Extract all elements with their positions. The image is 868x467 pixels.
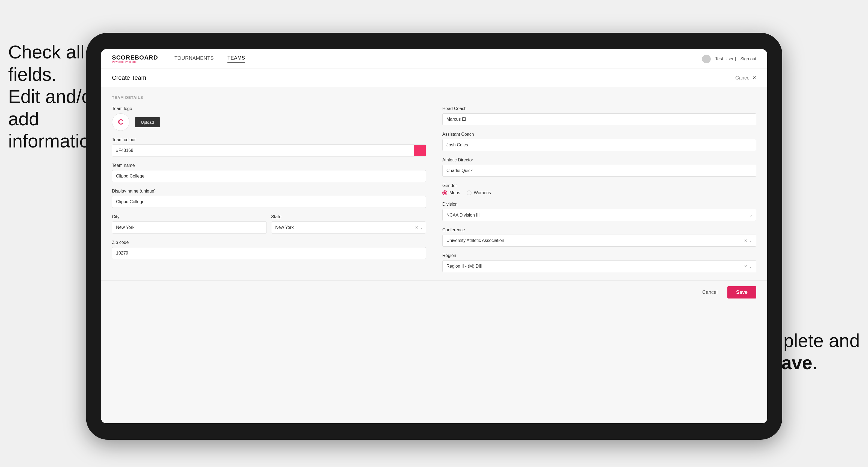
page-content: Create Team Cancel ✕ TEAM DETAILS Team l… bbox=[101, 69, 767, 423]
city-field: City bbox=[112, 214, 267, 234]
division-select[interactable]: NCAA Division III bbox=[442, 209, 756, 221]
section-label: TEAM DETAILS bbox=[112, 95, 756, 100]
form-grid: Team logo C Upload Team colour bbox=[112, 106, 756, 272]
form-right: Head Coach Assistant Coach Athletic Dire… bbox=[442, 106, 756, 272]
logo-scoreboard: SCOREBOARD bbox=[112, 55, 158, 61]
city-state-row: City State ✕ ⌄ bbox=[112, 214, 426, 234]
cancel-header-button[interactable]: Cancel ✕ bbox=[735, 75, 756, 81]
colour-swatch[interactable] bbox=[414, 145, 426, 156]
state-label: State bbox=[271, 214, 426, 219]
upload-button[interactable]: Upload bbox=[135, 117, 160, 127]
form-footer: Cancel Save bbox=[101, 280, 767, 304]
state-chevron-icon[interactable]: ⌄ bbox=[420, 225, 423, 230]
colour-input-wrap bbox=[112, 145, 426, 156]
team-name-input[interactable] bbox=[112, 170, 426, 182]
team-colour-input[interactable] bbox=[112, 145, 414, 156]
gender-label: Gender bbox=[442, 183, 756, 188]
gender-mens-label: Mens bbox=[450, 190, 460, 195]
zip-label: Zip code bbox=[112, 240, 426, 245]
display-name-label: Display name (unique) bbox=[112, 189, 426, 194]
complete-line2-post: . bbox=[812, 352, 817, 373]
instruction-line2: Edit and/or add bbox=[8, 86, 98, 129]
logo-sub: Powered by clippd bbox=[112, 61, 158, 63]
navbar: SCOREBOARD Powered by clippd TOURNAMENTS… bbox=[101, 49, 767, 69]
head-coach-field: Head Coach bbox=[442, 106, 756, 125]
cancel-button[interactable]: Cancel bbox=[697, 287, 723, 298]
conference-multi-select[interactable]: University Athletic Association ✕ ⌄ bbox=[442, 235, 756, 247]
display-name-input[interactable] bbox=[112, 196, 426, 208]
conference-label: Conference bbox=[442, 227, 756, 232]
conference-clear-icon[interactable]: ✕ bbox=[744, 239, 747, 243]
athletic-director-input[interactable] bbox=[442, 165, 756, 177]
team-logo-field: Team logo C Upload bbox=[112, 106, 426, 131]
logo-circle: C bbox=[112, 113, 129, 131]
state-select-wrap: ✕ ⌄ bbox=[271, 221, 426, 234]
logo-area: SCOREBOARD Powered by clippd bbox=[112, 55, 158, 63]
display-name-field: Display name (unique) bbox=[112, 189, 426, 208]
team-logo-label: Team logo bbox=[112, 106, 426, 111]
athletic-director-label: Athletic Director bbox=[442, 158, 756, 162]
athletic-director-field: Athletic Director bbox=[442, 158, 756, 177]
nav-links: TOURNAMENTS TEAMS bbox=[175, 55, 686, 63]
head-coach-label: Head Coach bbox=[442, 106, 756, 111]
zip-input[interactable] bbox=[112, 247, 426, 259]
gender-mens-option[interactable]: Mens bbox=[442, 190, 460, 195]
assistant-coach-input[interactable] bbox=[442, 139, 756, 151]
save-button[interactable]: Save bbox=[727, 286, 756, 299]
nav-right: Test User | Sign out bbox=[702, 55, 756, 63]
team-name-label: Team name bbox=[112, 163, 426, 168]
gender-womens-label: Womens bbox=[474, 190, 491, 195]
region-clear-icon[interactable]: ✕ bbox=[744, 264, 747, 269]
user-name: Test User | bbox=[715, 57, 736, 61]
city-input[interactable] bbox=[112, 221, 267, 234]
region-field: Region Region II - (M) DIII ✕ ⌄ bbox=[442, 253, 756, 272]
conference-value: University Athletic Association bbox=[446, 238, 744, 243]
nav-tournaments[interactable]: TOURNAMENTS bbox=[175, 56, 214, 62]
assistant-coach-label: Assistant Coach bbox=[442, 132, 756, 137]
gender-mens-radio[interactable] bbox=[442, 190, 447, 195]
gender-womens-radio[interactable] bbox=[467, 190, 471, 195]
city-state-field: City State ✕ ⌄ bbox=[112, 214, 426, 234]
state-field: State ✕ ⌄ bbox=[271, 214, 426, 234]
nav-teams[interactable]: TEAMS bbox=[227, 55, 245, 63]
division-field: Division NCAA Division III bbox=[442, 202, 756, 221]
gender-row: Mens Womens bbox=[442, 190, 756, 195]
sign-out-link[interactable]: Sign out bbox=[740, 57, 756, 61]
team-colour-label: Team colour bbox=[112, 137, 426, 142]
region-multi-select[interactable]: Region II - (M) DIII ✕ ⌄ bbox=[442, 260, 756, 272]
gender-field: Gender Mens Womens bbox=[442, 183, 756, 195]
conference-chevron-icon[interactable]: ⌄ bbox=[749, 239, 752, 243]
region-chevron-icon[interactable]: ⌄ bbox=[749, 264, 752, 269]
zip-field: Zip code bbox=[112, 240, 426, 259]
state-clear-icon[interactable]: ✕ bbox=[415, 225, 418, 230]
assistant-coach-field: Assistant Coach bbox=[442, 132, 756, 151]
state-controls: ✕ ⌄ bbox=[415, 225, 423, 230]
form-left: Team logo C Upload Team colour bbox=[112, 106, 426, 272]
page-title: Create Team bbox=[112, 74, 146, 82]
team-name-field: Team name bbox=[112, 163, 426, 182]
tablet-frame: SCOREBOARD Powered by clippd TOURNAMENTS… bbox=[86, 33, 782, 440]
division-label: Division bbox=[442, 202, 756, 207]
city-label: City bbox=[112, 214, 267, 219]
tablet-screen: SCOREBOARD Powered by clippd TOURNAMENTS… bbox=[101, 49, 767, 423]
avatar bbox=[702, 55, 711, 63]
page-header: Create Team Cancel ✕ bbox=[101, 69, 767, 87]
state-input[interactable] bbox=[271, 221, 426, 234]
region-label: Region bbox=[442, 253, 756, 258]
gender-womens-option[interactable]: Womens bbox=[467, 190, 491, 195]
division-select-wrap: NCAA Division III bbox=[442, 209, 756, 221]
region-value: Region II - (M) DIII bbox=[446, 264, 744, 269]
logo-upload-area: C Upload bbox=[112, 113, 426, 131]
head-coach-input[interactable] bbox=[442, 113, 756, 125]
conference-field: Conference University Athletic Associati… bbox=[442, 227, 756, 247]
team-colour-field: Team colour bbox=[112, 137, 426, 156]
instruction-line1: Check all fields. bbox=[8, 41, 85, 85]
